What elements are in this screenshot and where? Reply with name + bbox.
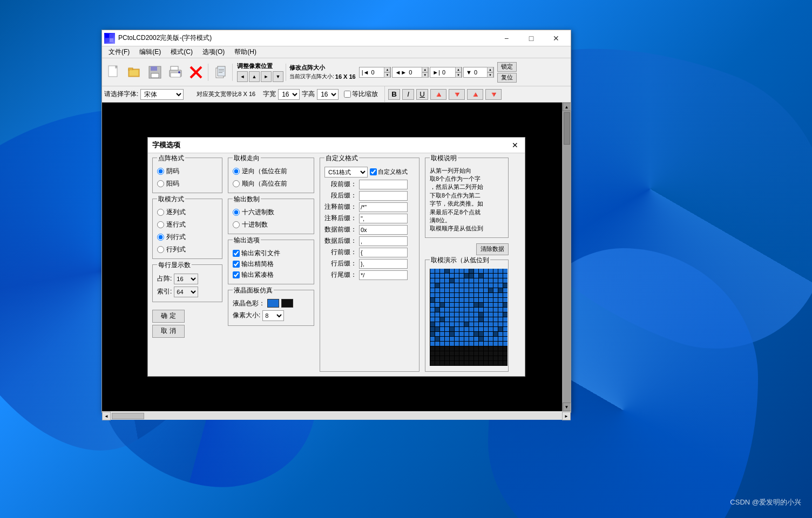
radio-col-first-input[interactable] bbox=[157, 209, 164, 216]
menu-help[interactable]: 帮助(H) bbox=[230, 46, 261, 58]
row-tail-input[interactable] bbox=[359, 270, 408, 280]
modify-label: 修改点阵大小 bbox=[289, 64, 356, 72]
cb-compact[interactable] bbox=[233, 271, 240, 278]
comment-suffix-input[interactable] bbox=[359, 214, 408, 223]
comment-prefix-input[interactable] bbox=[359, 202, 408, 212]
data-prefix-input[interactable] bbox=[359, 225, 408, 235]
toolbar-copy-btn[interactable] bbox=[211, 63, 230, 82]
radio-row-first-input[interactable] bbox=[157, 221, 164, 228]
field-comment-suffix: 注释后缀： bbox=[324, 214, 415, 223]
minimize-button[interactable]: − bbox=[494, 30, 519, 46]
reset-button[interactable]: 复位 bbox=[497, 73, 517, 83]
menu-file[interactable]: 文件(F) bbox=[104, 46, 134, 58]
spinbox2-up[interactable]: ▲ bbox=[422, 67, 428, 72]
radio-yinma-input[interactable] bbox=[157, 168, 164, 175]
italic-btn[interactable]: I bbox=[402, 89, 414, 100]
color-btn2[interactable]: 🔻 bbox=[449, 89, 465, 100]
toolbar-save-btn[interactable] bbox=[145, 63, 165, 82]
lock-button[interactable]: 锁定 bbox=[497, 62, 517, 72]
color-btn3[interactable]: 🔺 bbox=[467, 89, 483, 100]
close-button[interactable]: ✕ bbox=[544, 30, 569, 46]
toolbar-print-btn[interactable] bbox=[166, 63, 185, 82]
format-combo[interactable]: C51格式 bbox=[324, 167, 368, 178]
menu-edit[interactable]: 编辑(E) bbox=[135, 46, 165, 58]
adjust-up-btn[interactable]: ▲ bbox=[249, 71, 260, 82]
index-select[interactable]: 64 bbox=[174, 287, 198, 297]
row-suffix-input[interactable] bbox=[359, 259, 408, 269]
bold-btn[interactable]: B bbox=[388, 89, 400, 100]
lcd-sim-group: 液晶面板仿真 液晶色彩： 像素大小: 8 bbox=[228, 290, 314, 326]
comment-prefix-label: 注释前缀： bbox=[324, 202, 357, 212]
size-value: 16 X 16 bbox=[335, 73, 356, 80]
radio-dec-input[interactable] bbox=[233, 221, 240, 228]
spinbox3-down[interactable]: ▼ bbox=[455, 72, 462, 78]
pixel-size-select[interactable]: 8 bbox=[262, 310, 284, 321]
radio-forward-input[interactable] bbox=[233, 180, 240, 187]
svg-rect-10 bbox=[151, 66, 157, 71]
color-btn4[interactable]: 🔻 bbox=[485, 89, 502, 100]
radio-row-col-input[interactable] bbox=[157, 246, 164, 253]
color-swatch-blue[interactable] bbox=[267, 299, 279, 308]
spinbox4-down[interactable]: ▼ bbox=[487, 72, 493, 78]
spinbox1-down[interactable]: ▼ bbox=[384, 72, 390, 78]
toolbar-delete-btn[interactable] bbox=[186, 63, 206, 82]
width-select[interactable]: 16 bbox=[278, 89, 300, 100]
spinbox1-input[interactable] bbox=[371, 69, 384, 76]
adjust-down-btn[interactable]: ▼ bbox=[273, 71, 283, 82]
menu-mode[interactable]: 模式(C) bbox=[166, 46, 197, 58]
radio-col-row-input[interactable] bbox=[157, 234, 164, 241]
height-select[interactable]: 16 bbox=[317, 89, 339, 100]
spinbox4-input[interactable] bbox=[474, 69, 487, 76]
font-select[interactable]: 宋体 bbox=[140, 89, 184, 100]
spinbox1-up[interactable]: ▲ bbox=[384, 67, 390, 72]
field-comment-prefix: 注释前缀： bbox=[324, 202, 415, 212]
spinbox4-up[interactable]: ▲ bbox=[487, 67, 493, 72]
row-prefix-input[interactable] bbox=[359, 248, 408, 257]
radio-row-first: 逐行式 bbox=[157, 220, 218, 229]
radio-yangma-input[interactable] bbox=[157, 180, 164, 187]
cb-simplified-label[interactable]: 输出精简格 bbox=[233, 260, 309, 269]
svg-point-15 bbox=[178, 71, 180, 73]
spinbox3-up[interactable]: ▲ bbox=[455, 67, 462, 72]
extract-dir-title: 取模走向 bbox=[233, 154, 261, 163]
scroll-right-arrow[interactable]: ► bbox=[562, 412, 571, 420]
menu-options[interactable]: 选项(O) bbox=[198, 46, 229, 58]
toolbar-sep2 bbox=[232, 64, 233, 81]
cb-compact-label[interactable]: 输出紧凑格 bbox=[233, 270, 309, 280]
custom-fields: 段前缀： 段后缀： 注释前缀： bbox=[324, 180, 415, 280]
seg-suffix-input[interactable] bbox=[359, 191, 408, 201]
equal-scale-checkbox[interactable] bbox=[344, 91, 351, 98]
maximize-button[interactable]: □ bbox=[519, 30, 544, 46]
scroll-left-arrow[interactable]: ◄ bbox=[102, 412, 111, 420]
cb-index-file[interactable] bbox=[233, 250, 240, 257]
toolbar-new-btn[interactable] bbox=[104, 63, 124, 82]
color-swatch-black[interactable] bbox=[281, 299, 293, 308]
clear-data-btn[interactable]: 清除数据 bbox=[476, 243, 509, 255]
toolbar-open-btn[interactable] bbox=[125, 63, 144, 82]
scroll-thumb-h[interactable] bbox=[112, 413, 144, 419]
equal-scale-label[interactable]: 等比缩放 bbox=[344, 90, 378, 99]
display-select[interactable]: 16 bbox=[174, 274, 198, 284]
row-prefix-label: 行前缀： bbox=[324, 248, 357, 257]
spinbox3-input[interactable] bbox=[442, 69, 455, 76]
cancel-button[interactable]: 取 消 bbox=[152, 325, 185, 338]
radio-hex-input[interactable] bbox=[233, 209, 240, 216]
adjust-right-btn[interactable]: ► bbox=[261, 71, 272, 82]
spinbox2-down[interactable]: ▼ bbox=[422, 72, 428, 78]
seg-prefix-input[interactable] bbox=[359, 180, 408, 189]
cb-simplified[interactable] bbox=[233, 261, 240, 268]
cb-index-file-label[interactable]: 输出索引文件 bbox=[233, 249, 309, 258]
color-btn1[interactable]: 🔺 bbox=[430, 89, 446, 100]
dialog-close-btn[interactable]: ✕ bbox=[510, 140, 520, 151]
underline-btn[interactable]: U bbox=[416, 89, 428, 100]
data-suffix-input[interactable] bbox=[359, 236, 408, 246]
adjust-left-btn[interactable]: ◄ bbox=[237, 71, 248, 82]
field-row-tail: 行尾缀： bbox=[324, 270, 415, 280]
custom-format-label[interactable]: 自定义格式 bbox=[370, 168, 408, 176]
ok-button[interactable]: 确 定 bbox=[152, 310, 185, 323]
spinbox2-input[interactable] bbox=[409, 69, 422, 76]
scroll-track-h[interactable] bbox=[111, 412, 562, 420]
cb-custom-format[interactable] bbox=[370, 168, 377, 175]
data-suffix-label: 数据后缀： bbox=[324, 236, 357, 246]
radio-reverse-input[interactable] bbox=[233, 168, 240, 175]
